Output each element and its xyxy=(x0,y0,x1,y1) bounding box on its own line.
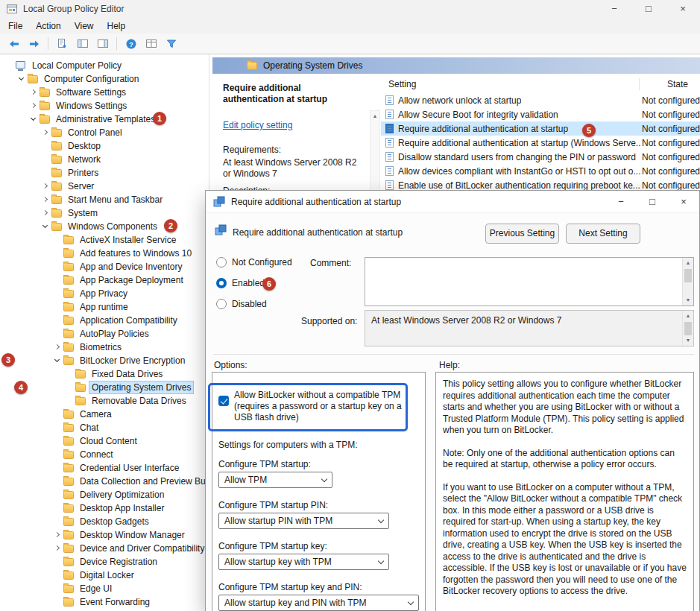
expand-chevron-icon[interactable] xyxy=(40,208,51,218)
close-button[interactable]: × xyxy=(666,0,700,18)
expand-chevron-icon[interactable] xyxy=(52,530,63,540)
tree-item-network[interactable]: Network xyxy=(0,153,209,166)
show-console-tree-icon[interactable] xyxy=(73,35,92,53)
expand-chevron-icon[interactable] xyxy=(40,194,51,205)
setting-row[interactable]: Allow network unlock at startupNot confi… xyxy=(381,93,700,107)
next-setting-button[interactable]: Next Setting xyxy=(566,224,640,244)
scroll-thumb[interactable] xyxy=(684,322,692,335)
scroll-up-icon[interactable]: ▲ xyxy=(683,311,693,321)
tree-item-windows-settings[interactable]: Windows Settings xyxy=(0,99,209,113)
tree-item-cloud-content[interactable]: Cloud Content xyxy=(0,434,209,448)
tree-item-software-settings[interactable]: Software Settings xyxy=(0,86,209,99)
tree-item-data-collection-and-preview-builds[interactable]: Data Collection and Preview Builds xyxy=(0,475,209,488)
show-action-pane-icon[interactable] xyxy=(93,35,112,53)
tree-item-biometrics[interactable]: Biometrics xyxy=(0,341,209,354)
menu-help[interactable]: Help xyxy=(101,19,133,33)
tree-item-app-package-deployment[interactable]: App Package Deployment xyxy=(0,273,209,287)
dropdown-configure-tpm-startup-key[interactable]: Allow startup key with TPM xyxy=(218,554,389,570)
tree-item-local-computer-policy[interactable]: Local Computer Policy xyxy=(0,59,209,72)
setting-row[interactable]: Disallow standard users from changing th… xyxy=(381,150,700,164)
column-header-state[interactable]: State xyxy=(667,79,688,89)
edit-policy-setting-link[interactable]: Edit policy setting xyxy=(223,120,361,131)
dialog-maximize-button[interactable]: □ xyxy=(637,191,668,212)
tree-item-computer-configuration[interactable]: Computer Configuration xyxy=(0,72,209,86)
tree-item-add-features-to-windows-10[interactable]: Add features to Windows 10 xyxy=(0,247,209,260)
dropdown-configure-tpm-startup-pin[interactable]: Allow startup PIN with TPM xyxy=(218,513,389,529)
tree-item-desktop-window-manager[interactable]: Desktop Window Manager xyxy=(0,528,209,542)
tree-item-event-forwarding[interactable]: Event Forwarding xyxy=(0,595,209,609)
tree-item-bitlocker-drive-encryption[interactable]: BitLocker Drive Encryption xyxy=(0,354,209,367)
tree-item-printers[interactable]: Printers xyxy=(0,166,209,180)
dialog-minimize-button[interactable]: − xyxy=(605,191,637,212)
radio-button-icon[interactable] xyxy=(216,299,227,309)
radio-disabled[interactable]: Disabled xyxy=(216,298,292,309)
forward-icon[interactable] xyxy=(25,35,43,53)
setting-row[interactable]: Require additional authentication at sta… xyxy=(381,136,700,150)
previous-setting-button[interactable]: Previous Setting xyxy=(485,224,559,244)
comment-scrollbar[interactable]: ▲ ▼ xyxy=(682,258,693,306)
tree-item-digital-locker[interactable]: Digital Locker xyxy=(0,569,209,582)
setting-row[interactable]: Allow Secure Boot for integrity validati… xyxy=(381,107,700,121)
export-list-icon[interactable] xyxy=(53,35,72,53)
radio-button-icon[interactable] xyxy=(216,278,227,288)
tree-item-autoplay-policies[interactable]: AutoPlay Policies xyxy=(0,327,209,341)
scroll-down-icon[interactable]: ▼ xyxy=(683,295,693,306)
expand-chevron-icon[interactable] xyxy=(40,127,51,138)
expand-chevron-icon[interactable] xyxy=(28,87,39,98)
tree-item-activex-installer-service[interactable]: ActiveX Installer Service xyxy=(0,233,209,247)
setting-row[interactable]: Allow devices compliant with InstantGo o… xyxy=(381,164,700,178)
filter-icon[interactable] xyxy=(162,35,180,53)
tree-item-operating-system-drives[interactable]: Operating System Drives xyxy=(0,381,209,394)
scroll-down-icon[interactable]: ▼ xyxy=(683,335,693,346)
tree-item-app-runtime[interactable]: App runtime xyxy=(0,300,209,314)
tree-item-system[interactable]: System xyxy=(0,206,209,220)
tree-item-device-registration[interactable]: Device Registration xyxy=(0,555,209,569)
expand-chevron-icon[interactable] xyxy=(28,114,39,124)
tree-item-fixed-data-drives[interactable]: Fixed Data Drives xyxy=(0,367,209,381)
tree-item-camera[interactable]: Camera xyxy=(0,408,209,421)
column-header-setting[interactable]: Setting xyxy=(388,79,416,89)
tree-item-windows-components[interactable]: Windows Components xyxy=(0,220,209,233)
tree-item-desktop-gadgets[interactable]: Desktop Gadgets xyxy=(0,515,209,528)
extended-view-icon[interactable] xyxy=(142,35,160,53)
expand-chevron-icon[interactable] xyxy=(16,74,27,84)
back-icon[interactable] xyxy=(4,35,23,53)
dropdown-configure-tpm-startup[interactable]: Allow TPM xyxy=(218,472,332,488)
window-titlebar[interactable]: Local Group Policy Editor − □ × xyxy=(0,0,700,18)
tree-item-removable-data-drives[interactable]: Removable Data Drives xyxy=(0,394,209,408)
tree-item-desktop[interactable]: Desktop xyxy=(0,139,209,153)
tree-item-app-privacy[interactable]: App Privacy xyxy=(0,287,209,300)
comment-textarea[interactable]: ▲ ▼ xyxy=(365,257,694,306)
scroll-thumb[interactable] xyxy=(684,269,692,282)
tree-item-administrative-templates[interactable]: Administrative Templates xyxy=(0,113,209,126)
maximize-button[interactable]: □ xyxy=(631,0,666,18)
radio-button-icon[interactable] xyxy=(216,257,227,267)
scroll-up-icon[interactable]: ▲ xyxy=(371,111,379,121)
expand-chevron-icon[interactable] xyxy=(40,221,51,232)
dialog-titlebar[interactable]: Require additional authentication at sta… xyxy=(206,191,699,213)
dialog-close-button[interactable]: × xyxy=(668,191,699,212)
tree-item-control-panel[interactable]: Control Panel xyxy=(0,126,209,139)
tree-item-device-and-driver-compatibility[interactable]: Device and Driver Compatibility xyxy=(0,542,209,555)
tree-item-connect[interactable]: Connect xyxy=(0,448,209,461)
menu-file[interactable]: File xyxy=(1,19,29,33)
radio-not-configured[interactable]: Not Configured xyxy=(216,256,292,267)
tree-item-server[interactable]: Server xyxy=(0,180,209,193)
tree-item-desktop-app-installer[interactable]: Desktop App Installer xyxy=(0,501,209,515)
dropdown-configure-tpm-startup-key-and-pin[interactable]: Allow startup key and PIN with TPM xyxy=(218,595,419,611)
tree-item-application-compatibility[interactable]: Application Compatibility xyxy=(0,314,209,327)
expand-chevron-icon[interactable] xyxy=(28,101,39,111)
menu-action[interactable]: Action xyxy=(29,19,67,33)
menu-view[interactable]: View xyxy=(68,19,101,33)
expand-chevron-icon[interactable] xyxy=(52,355,63,366)
expand-chevron-icon[interactable] xyxy=(52,543,63,554)
tree-item-chat[interactable]: Chat xyxy=(0,421,209,434)
radio-enabled[interactable]: Enabled xyxy=(216,277,292,288)
tree-item-start-menu-and-taskbar[interactable]: Start Menu and Taskbar xyxy=(0,193,209,206)
tree-item-credential-user-interface[interactable]: Credential User Interface xyxy=(0,461,209,475)
setting-row[interactable]: Require additional authentication at sta… xyxy=(381,121,700,136)
help-icon[interactable]: ? xyxy=(122,35,140,53)
minimize-button[interactable]: − xyxy=(597,0,631,18)
expand-chevron-icon[interactable] xyxy=(40,181,51,191)
scroll-up-icon[interactable]: ▲ xyxy=(683,258,693,268)
